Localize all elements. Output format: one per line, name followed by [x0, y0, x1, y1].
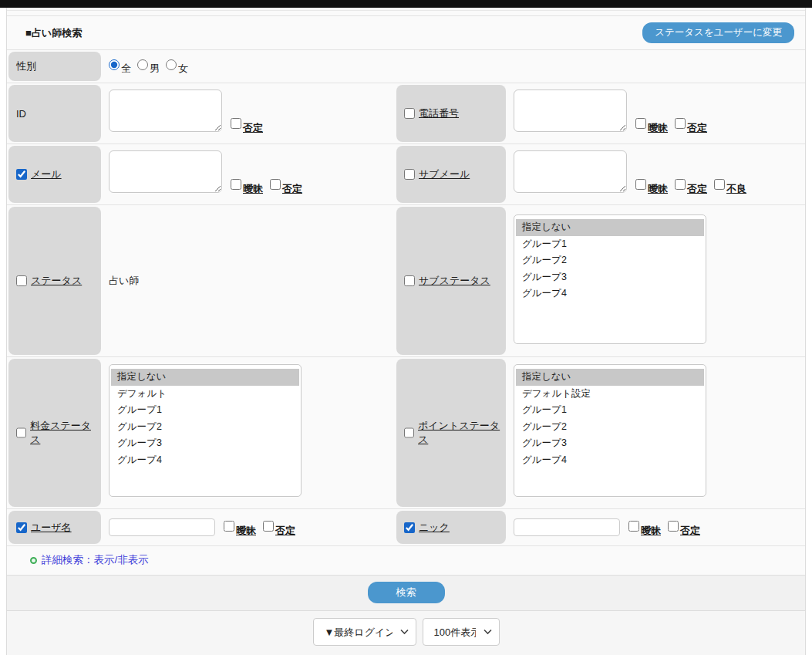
- point-status-enable-checkbox[interactable]: [404, 427, 414, 438]
- id-flag-negate[interactable]: 否定: [231, 118, 263, 132]
- mail-input-cell: 曖昧 否定: [103, 144, 395, 204]
- point-status-listbox[interactable]: 指定しないデフォルト設定グループ1グループ2グループ3グループ4: [514, 364, 706, 497]
- username-label-cell: ユーザ名: [8, 511, 101, 544]
- nick-fuzzy-checkbox[interactable]: [628, 521, 639, 532]
- phone-label[interactable]: 電話番号: [419, 106, 459, 120]
- mail-label[interactable]: メール: [31, 167, 62, 181]
- page-size-select[interactable]: 100件表示: [423, 618, 500, 646]
- gender-option-female[interactable]: 女: [166, 59, 188, 73]
- status-label[interactable]: ステータス: [31, 274, 82, 288]
- fee-status-list-cell: 指定しないデフォルトグループ1グループ2グループ3グループ4: [103, 357, 395, 508]
- submail-flag-negate[interactable]: 否定: [675, 179, 707, 193]
- gender-radio-female[interactable]: [166, 59, 177, 70]
- mail-flag-negate[interactable]: 否定: [270, 179, 302, 193]
- green-bullet-icon: [30, 557, 37, 564]
- submail-input-cell: 曖昧 否定 不良: [507, 144, 805, 204]
- status-enable-checkbox[interactable]: [16, 275, 27, 286]
- mail-textarea[interactable]: [109, 150, 222, 193]
- gender-option-male[interactable]: 男: [137, 59, 160, 73]
- nick-flag-fuzzy[interactable]: 曖昧: [628, 521, 661, 535]
- fee-status-enable-checkbox[interactable]: [16, 427, 26, 438]
- listbox-option[interactable]: グループ1: [516, 236, 704, 253]
- listbox-option[interactable]: グループ4: [516, 452, 704, 469]
- username-input[interactable]: [109, 518, 215, 536]
- page-header: ■占い師検索 ステータスをユーザーに変更: [7, 16, 805, 50]
- phone-flag-negate[interactable]: 否定: [675, 118, 707, 132]
- phone-fuzzy-checkbox[interactable]: [635, 118, 646, 129]
- fee-status-label[interactable]: 料金ステータス: [30, 419, 96, 447]
- submail-label-cell: サブメール: [396, 146, 506, 203]
- phone-enable-checkbox[interactable]: [404, 108, 415, 119]
- listbox-option[interactable]: デフォルト設定: [516, 386, 704, 403]
- phone-textarea[interactable]: [514, 89, 627, 132]
- submail-fuzzy-checkbox[interactable]: [635, 179, 646, 190]
- listbox-option[interactable]: グループ3: [111, 435, 299, 452]
- nick-label-cell: ニック: [396, 511, 506, 544]
- gender-row: 性別 全 男 女: [7, 50, 805, 83]
- detail-search-toggle-link[interactable]: 詳細検索：表示/非表示: [42, 553, 149, 567]
- mail-label-cell: メール: [8, 146, 101, 203]
- nick-input[interactable]: [514, 518, 620, 536]
- phone-flag-fuzzy[interactable]: 曖昧: [635, 118, 668, 132]
- username-negate-checkbox[interactable]: [263, 521, 274, 532]
- listbox-option[interactable]: グループ2: [111, 419, 299, 436]
- listbox-option[interactable]: グループ4: [516, 285, 704, 302]
- id-textarea[interactable]: [109, 89, 222, 132]
- listbox-option[interactable]: 指定しない: [111, 369, 299, 386]
- nick-label[interactable]: ニック: [419, 521, 450, 535]
- fee-status-listbox[interactable]: 指定しないデフォルトグループ1グループ2グループ3グループ4: [109, 364, 302, 497]
- submail-negate-checkbox[interactable]: [675, 179, 686, 190]
- gender-radio-male[interactable]: [137, 59, 148, 70]
- page-size-select-wrap: 100件表示: [423, 618, 500, 646]
- phone-label-cell: 電話番号: [396, 85, 506, 142]
- username-fuzzy-checkbox[interactable]: [224, 521, 234, 532]
- mail-enable-checkbox[interactable]: [16, 169, 27, 180]
- listbox-option[interactable]: 指定しない: [516, 219, 704, 236]
- submail-label[interactable]: サブメール: [419, 167, 470, 181]
- sort-select[interactable]: ▼最終ログイン: [313, 618, 416, 646]
- id-negate-checkbox[interactable]: [231, 118, 241, 129]
- submail-textarea[interactable]: [514, 150, 627, 193]
- substatus-label[interactable]: サブステータス: [419, 274, 490, 288]
- gender-option-label: 男: [150, 62, 160, 76]
- mail-flag-fuzzy[interactable]: 曖昧: [231, 179, 263, 193]
- substatus-listbox[interactable]: 指定しないグループ1グループ2グループ3グループ4: [514, 214, 706, 344]
- gender-option-all[interactable]: 全: [109, 59, 131, 73]
- point-status-label[interactable]: ポイントステータス: [418, 419, 501, 447]
- listbox-option[interactable]: グループ4: [111, 452, 299, 469]
- nick-negate-checkbox[interactable]: [668, 521, 679, 532]
- feestatus-pointstatus-row: 料金ステータス 指定しないデフォルトグループ1グループ2グループ3グループ4 ポ…: [7, 357, 805, 509]
- listbox-option[interactable]: グループ2: [516, 252, 704, 269]
- mail-negate-checkbox[interactable]: [270, 179, 281, 190]
- change-status-to-user-button[interactable]: ステータスをユーザーに変更: [642, 22, 794, 43]
- nick-enable-checkbox[interactable]: [404, 522, 415, 533]
- point-status-list-cell: 指定しないデフォルト設定グループ1グループ2グループ3グループ4: [507, 357, 805, 508]
- listbox-option[interactable]: デフォルト: [111, 386, 299, 403]
- nick-flag-negate[interactable]: 否定: [668, 521, 700, 535]
- submail-enable-checkbox[interactable]: [404, 169, 415, 180]
- point-status-label-cell: ポイントステータス: [396, 359, 506, 507]
- gender-radio-all[interactable]: [109, 59, 120, 70]
- username-enable-checkbox[interactable]: [16, 522, 27, 533]
- username-flag-fuzzy[interactable]: 曖昧: [224, 521, 256, 535]
- listbox-option[interactable]: グループ2: [516, 419, 704, 436]
- substatus-enable-checkbox[interactable]: [404, 275, 415, 286]
- username-label[interactable]: ユーザ名: [31, 521, 72, 535]
- listbox-option[interactable]: 指定しない: [516, 369, 704, 386]
- top-black-bar: [0, 0, 812, 8]
- username-flag-negate[interactable]: 否定: [263, 521, 295, 535]
- listbox-option[interactable]: グループ1: [111, 402, 299, 419]
- listbox-option[interactable]: グループ3: [516, 435, 704, 452]
- phone-input-cell: 曖昧 否定: [507, 83, 805, 143]
- listbox-option[interactable]: グループ3: [516, 269, 704, 286]
- mail-fuzzy-checkbox[interactable]: [231, 179, 241, 190]
- substatus-label-cell: サブステータス: [396, 207, 506, 355]
- submail-bad-checkbox[interactable]: [714, 179, 725, 190]
- search-button[interactable]: 検索: [368, 582, 445, 603]
- substatus-list-cell: 指定しないグループ1グループ2グループ3グループ4: [507, 205, 805, 356]
- phone-negate-checkbox[interactable]: [675, 118, 686, 129]
- submail-flag-fuzzy[interactable]: 曖昧: [635, 179, 668, 193]
- submail-flag-bad[interactable]: 不良: [714, 179, 746, 193]
- listbox-option[interactable]: グループ1: [516, 402, 704, 419]
- detail-search-row: 詳細検索：表示/非表示: [7, 546, 805, 575]
